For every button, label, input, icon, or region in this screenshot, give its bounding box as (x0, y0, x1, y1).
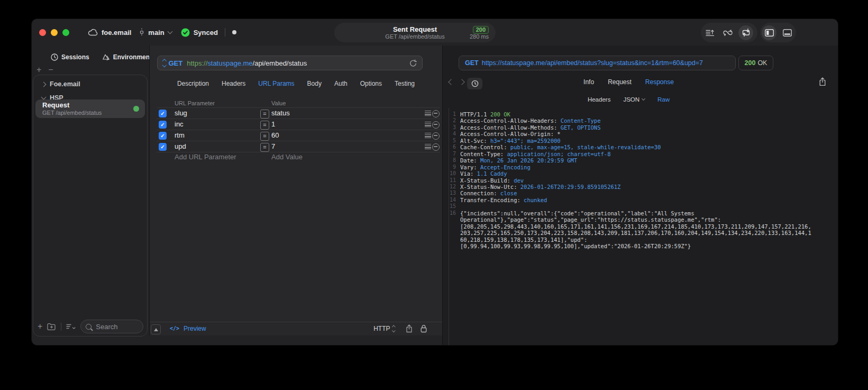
sidebar-tree: Foe.email HSP Request GET /api/embed/sta… (33, 75, 148, 337)
tab-headers[interactable]: Headers (222, 80, 245, 90)
lock-icon[interactable] (421, 324, 427, 333)
param-name[interactable]: slug (175, 109, 187, 117)
subtab-label: JSON (623, 96, 639, 103)
tab-url-params[interactable]: URL Params (258, 80, 294, 90)
remove-row-icon[interactable] (432, 121, 440, 129)
param-value[interactable]: 1 (271, 120, 275, 128)
protocol-selector[interactable]: HTTP (373, 325, 395, 332)
sync-loop-button[interactable] (719, 23, 737, 42)
line-number: 8 (450, 157, 456, 164)
sidebar-footer: + (38, 320, 143, 333)
share-icon[interactable] (819, 77, 826, 86)
expand-panel-button[interactable] (151, 324, 161, 334)
subtab-json[interactable]: JSON (623, 96, 645, 103)
remove-row-icon[interactable] (432, 132, 440, 140)
tab-options[interactable]: Options (360, 80, 382, 90)
drag-handle-icon[interactable] (425, 122, 431, 127)
drag-handle-icon[interactable] (425, 133, 431, 138)
request-title-pill[interactable]: Sent Request GET /api/embed/status 200 2… (334, 23, 496, 42)
minimize-window-button[interactable] (51, 29, 58, 36)
chevron-down-icon[interactable] (167, 29, 172, 34)
method-updown-icon[interactable] (163, 60, 166, 66)
new-folder-icon[interactable] (47, 323, 56, 330)
response-url-bar[interactable]: GET https://statuspage.me/api/embed/stat… (459, 56, 736, 70)
zoom-window-button[interactable] (62, 29, 69, 36)
response-tabs: InfoRequestResponse (443, 78, 815, 89)
add-param-row[interactable]: Add URL Parameter Add Value (157, 151, 440, 162)
param-name[interactable]: upd (175, 142, 186, 150)
branch-name[interactable]: main (148, 29, 164, 37)
chevron-down-icon (41, 95, 47, 100)
response-body[interactable]: 1HTTP/1.1 200 OK2Access-Control-Allow-He… (443, 108, 838, 345)
synced-check-icon (181, 28, 190, 37)
param-checkbox[interactable]: ✓ (159, 132, 167, 140)
tree-group-foe-email[interactable]: Foe.email (42, 78, 142, 90)
request-url-bar[interactable]: GET https://statuspage.me/api/embed/stat… (157, 56, 423, 70)
tab-sessions[interactable]: Sessions (51, 53, 89, 61)
sort-list-icon[interactable] (66, 323, 76, 330)
subtab-headers[interactable]: Headers (588, 96, 610, 103)
share-icon[interactable] (406, 324, 413, 333)
param-row[interactable]: ✓ inc = 1 (157, 119, 440, 130)
line-number: 9 (450, 164, 456, 170)
preview-button[interactable]: Preview (184, 325, 206, 332)
subtab-label: Headers (588, 96, 610, 103)
request-list-item-selected[interactable]: Request GET /api/embed/status (35, 99, 145, 118)
param-checkbox[interactable]: ✓ (159, 143, 167, 151)
tab-description[interactable]: Description (177, 80, 209, 90)
sidebar-search[interactable] (80, 320, 143, 333)
param-checkbox[interactable]: ✓ (159, 110, 167, 117)
toggle-sidebar-button[interactable] (760, 23, 778, 42)
remove-button[interactable]: − (48, 66, 53, 74)
response-line: [0,99.94,100,99.93,99.98,99.95,100],"upd… (443, 243, 838, 249)
drag-handle-icon[interactable] (425, 111, 431, 116)
remove-row-icon[interactable] (432, 110, 440, 117)
param-row[interactable]: ✓ rtm = 60 (157, 130, 440, 141)
response-line: 3Access-Control-Allow-Methods: GET, OPTI… (443, 124, 838, 131)
sidebar-left-icon (765, 29, 774, 37)
tab-auth[interactable]: Auth (334, 80, 348, 90)
close-window-button[interactable] (39, 29, 46, 36)
request-method[interactable]: GET (169, 59, 183, 67)
param-value[interactable]: 60 (271, 131, 279, 139)
request-item-subtitle: GET /api/embed/status (42, 110, 102, 116)
new-request-button[interactable]: + (38, 322, 42, 331)
request-log-button[interactable] (701, 23, 719, 42)
param-name[interactable]: rtm (175, 131, 185, 139)
response-status-code: 200 (745, 59, 756, 67)
refresh-icon[interactable] (409, 59, 417, 67)
param-row[interactable]: ✓ upd = 7 (157, 141, 440, 152)
import-export-button[interactable] (737, 23, 755, 42)
tab-info[interactable]: Info (583, 78, 594, 89)
tab-environments[interactable]: Environments (102, 53, 156, 61)
param-name[interactable]: inc (175, 120, 184, 128)
sync-loop-icon (723, 29, 733, 37)
workspace-name[interactable]: foe.email (102, 29, 131, 37)
tab-response[interactable]: Response (645, 78, 674, 89)
response-line: [208,205,145,298,443,140,160,165,171,161… (443, 223, 838, 230)
search-input[interactable] (95, 322, 138, 331)
tab-testing[interactable]: Testing (395, 80, 415, 90)
param-value[interactable]: 7 (271, 142, 275, 150)
equals-icon: = (260, 121, 269, 130)
tab-body[interactable]: Body (307, 80, 322, 90)
tab-request[interactable]: Request (608, 78, 632, 89)
add-param-placeholder[interactable]: Add URL Parameter (175, 153, 236, 161)
param-row[interactable]: ✓ slug = status (157, 107, 440, 119)
add-value-placeholder[interactable]: Add Value (271, 153, 303, 161)
param-table-header: URL Parameter Value (157, 100, 440, 107)
line-number: 13 (450, 190, 456, 196)
equals-icon: = (260, 143, 269, 152)
remove-row-icon[interactable] (432, 143, 440, 151)
drag-handle-icon[interactable] (425, 144, 431, 149)
response-line: 15 (443, 203, 838, 210)
subtab-raw[interactable]: Raw (657, 96, 670, 103)
response-subtabs: HeadersJSONRaw (443, 95, 815, 104)
equals-icon: = (260, 110, 269, 119)
param-checkbox[interactable]: ✓ (159, 121, 167, 129)
line-number: 10 (450, 170, 456, 177)
chevron-down-icon (642, 97, 645, 101)
add-button[interactable]: + (36, 66, 41, 74)
toggle-bottom-panel-button[interactable] (778, 23, 796, 42)
param-value[interactable]: status (271, 109, 290, 117)
